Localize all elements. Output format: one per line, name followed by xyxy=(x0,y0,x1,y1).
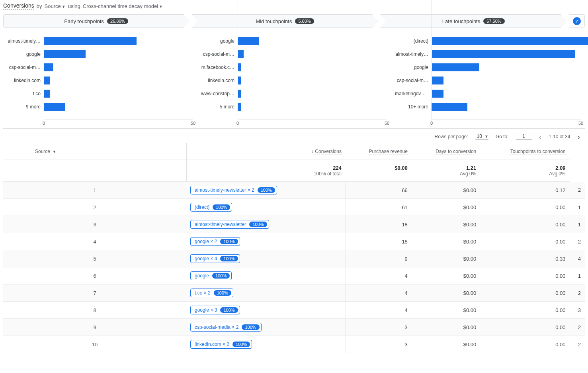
chart-bar-row: m.facebook.c… xyxy=(201,61,387,74)
path-chip[interactable]: (direct)100% xyxy=(190,203,232,212)
row-touchpoints: 2 xyxy=(570,336,585,353)
path-chip[interactable]: google × 2100% xyxy=(190,237,240,246)
path-badge: 100% xyxy=(214,290,231,296)
path-text: google × 2 xyxy=(195,239,217,244)
chart-bar xyxy=(238,37,259,45)
path-chip[interactable]: almost-timely-newsletter × 2100% xyxy=(190,186,277,194)
row-revenue: $0.00 xyxy=(412,233,480,250)
chart-bar-row: almost-timely… xyxy=(395,47,581,61)
metric-selector[interactable]: Conversions xyxy=(3,2,34,10)
row-conversions: 61 xyxy=(346,199,412,216)
row-touchpoints: 1 xyxy=(570,199,585,216)
chevron-down-icon: ▼ xyxy=(52,149,56,154)
tab-mid-touchpoints[interactable]: Mid touchpoints 5.60% xyxy=(192,14,378,28)
table-row[interactable]: 7t.co × 2100%4$0.000.002 xyxy=(3,285,585,302)
row-days: 0.00 xyxy=(480,285,569,302)
chart-axis: 050 xyxy=(201,115,387,124)
chart-bar-label: linkedin.com xyxy=(7,78,44,83)
col-source[interactable]: Source ▼ xyxy=(3,143,186,159)
path-badge: 100% xyxy=(258,187,275,193)
path-badge: 100% xyxy=(242,324,259,330)
row-conversions: 3 xyxy=(346,319,412,336)
table-row[interactable]: 1almost-timely-newsletter × 2100%66$0.00… xyxy=(3,182,585,199)
row-source: t.co × 2100% xyxy=(186,285,346,302)
chart-bar-row: marketingove… xyxy=(395,87,581,100)
row-days: 0.00 xyxy=(480,302,569,319)
row-index: 7 xyxy=(3,285,186,302)
col-days[interactable]: Days to conversion xyxy=(412,143,480,159)
path-badge: 100% xyxy=(220,307,238,313)
chart-bar-row: almost-timely… xyxy=(7,34,193,47)
table-row[interactable]: 3almost-timely-newsletter100%18$0.000.00… xyxy=(3,216,585,233)
summary-sub-row: 100% of total Avg 0% Avg 0% xyxy=(3,171,585,182)
tab-conversion-cap[interactable]: ✓ xyxy=(569,14,585,28)
col-touchpoints[interactable]: Touchpoints to conversion xyxy=(480,143,569,159)
page-range: 1-10 of 34 xyxy=(549,134,570,139)
chart-bar-label: t.co xyxy=(7,91,44,96)
chart-bar-label: csp-social-m… xyxy=(201,51,238,57)
row-index: 5 xyxy=(3,250,186,267)
chart-bar xyxy=(44,37,137,45)
path-chip[interactable]: google100% xyxy=(190,271,232,280)
tab-early-touchpoints[interactable]: Early touchpoints 26.89% xyxy=(3,14,189,28)
row-index: 2 xyxy=(3,199,186,216)
table-row[interactable]: 2(direct)100%61$0.000.001 xyxy=(3,199,585,216)
row-source: google100% xyxy=(186,267,346,285)
col-conversions[interactable]: ↓Conversions xyxy=(186,143,346,159)
path-text: (direct) xyxy=(195,204,209,210)
chart-bar-row: 10+ more xyxy=(395,100,581,113)
chart-bar-row: 9 more xyxy=(7,100,193,113)
model-selector[interactable]: Cross-channel time decay model▼ xyxy=(83,3,163,9)
row-touchpoints: 1 xyxy=(570,216,585,233)
path-chip[interactable]: almost-timely-newsletter100% xyxy=(190,220,269,229)
chart-bar xyxy=(432,37,588,45)
rows-per-page-select[interactable]: 10▼ xyxy=(475,133,488,140)
dimension-selector[interactable]: Source▼ xyxy=(45,3,66,9)
chart-bar-row: google xyxy=(395,61,581,74)
table-row[interactable]: 6google100%4$0.000.001 xyxy=(3,267,585,285)
path-chip[interactable]: google × 3100% xyxy=(190,306,240,314)
chart-bar-label: linkedin.com xyxy=(201,78,238,83)
prev-page-icon[interactable]: ‹ xyxy=(539,133,542,141)
path-chip[interactable]: linkedin.com × 2100% xyxy=(190,340,252,349)
chart-bar xyxy=(44,103,65,111)
report-header: Conversions by Source▼ using Cross-chann… xyxy=(3,0,585,13)
row-touchpoints: 3 xyxy=(570,302,585,319)
row-index: 1 xyxy=(3,182,186,199)
chart-bar-track xyxy=(238,36,387,46)
tab-late-touchpoints[interactable]: Late touchpoints 67.50% xyxy=(380,14,567,28)
row-conversions: 3 xyxy=(346,336,412,353)
goto-input[interactable]: 1 xyxy=(516,133,532,140)
tab-percent-badge: 67.50% xyxy=(483,18,504,24)
path-text: google × 3 xyxy=(195,307,217,313)
chart-bar-row: csp-social-m… xyxy=(395,74,581,87)
path-chip[interactable]: csp-social-media × 2100% xyxy=(190,323,262,332)
path-text: linkedin.com × 2 xyxy=(195,342,229,347)
check-icon: ✓ xyxy=(573,17,581,25)
row-index: 4 xyxy=(3,233,186,250)
row-revenue: $0.00 xyxy=(412,199,480,216)
row-revenue: $0.00 xyxy=(412,182,480,199)
row-touchpoints: 1 xyxy=(570,267,585,285)
col-revenue[interactable]: Purchase revenue xyxy=(346,143,412,159)
row-conversions: 4 xyxy=(346,267,412,285)
table-row[interactable]: 5google × 4100%9$0.000.334 xyxy=(3,250,585,267)
row-source: almost-timely-newsletter100% xyxy=(186,216,346,233)
next-page-icon[interactable]: › xyxy=(577,133,580,141)
table-row[interactable]: 10linkedin.com × 2100%3$0.000.002 xyxy=(3,336,585,353)
chart-bar-row: google xyxy=(7,47,193,61)
row-index: 3 xyxy=(3,216,186,233)
touchpoint-charts: almost-timely…googlecsp-social-m…linkedi… xyxy=(3,34,585,124)
path-text: csp-social-media × 2 xyxy=(195,324,238,330)
row-revenue: $0.00 xyxy=(412,319,480,336)
conversion-paths-table: Source ▼ ↓Conversions Purchase revenue D… xyxy=(3,143,585,353)
row-conversions: 18 xyxy=(346,216,412,233)
tab-percent-badge: 5.60% xyxy=(295,18,314,24)
table-row[interactable]: 9csp-social-media × 2100%3$0.000.002 xyxy=(3,319,585,336)
path-chip[interactable]: google × 4100% xyxy=(190,254,240,263)
table-row[interactable]: 4google × 2100%18$0.000.002 xyxy=(3,233,585,250)
path-chip[interactable]: t.co × 2100% xyxy=(190,289,233,297)
table-row[interactable]: 8google × 3100%4$0.000.003 xyxy=(3,302,585,319)
path-badge: 100% xyxy=(232,342,250,347)
row-index: 6 xyxy=(3,267,186,285)
